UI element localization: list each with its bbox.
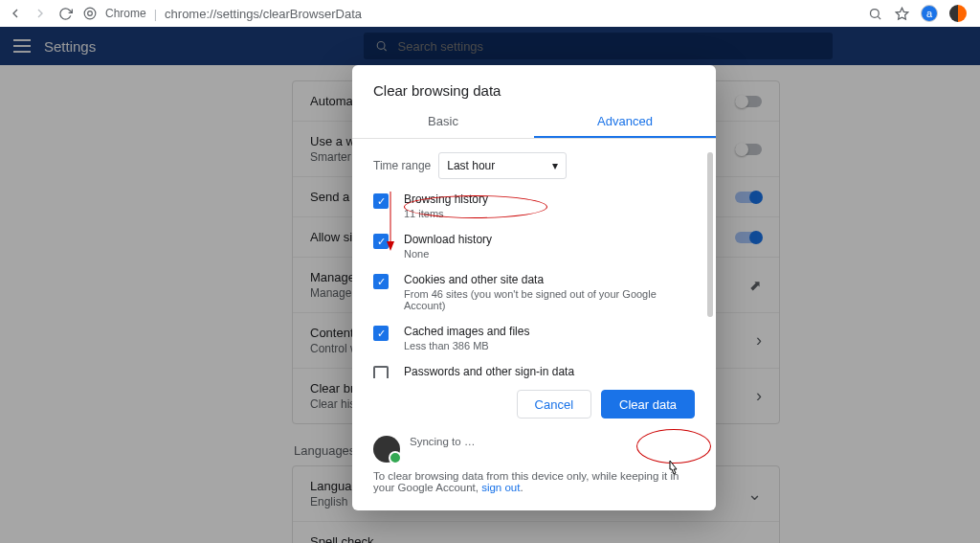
time-range-label: Time range	[373, 159, 431, 172]
clear-browsing-data-dialog: Clear browsing data Basic Advanced Time …	[352, 65, 716, 510]
chrome-logo-icon	[82, 6, 98, 21]
cursor-pointer-icon	[665, 460, 680, 480]
svg-line-3	[878, 16, 880, 19]
bookmark-star-icon[interactable]	[894, 6, 909, 21]
checkbox[interactable]: ✓	[373, 234, 389, 249]
cancel-button[interactable]: Cancel	[517, 390, 591, 419]
scrollbar[interactable]	[707, 152, 713, 317]
checkbox[interactable]: ✓	[373, 326, 389, 341]
dialog-sync-row: Syncing to …	[352, 426, 716, 466]
checkbox[interactable]	[373, 366, 389, 378]
option-passwords[interactable]: Passwords and other sign-in dataNone	[373, 365, 695, 378]
profile-avatar-icon[interactable]: a	[921, 5, 938, 22]
option-cookies[interactable]: ✓Cookies and other site dataFrom 46 site…	[373, 273, 695, 311]
url-text: chrome://settings/clearBrowserData	[165, 7, 362, 21]
option-browsing-history[interactable]: ✓Browsing history11 items	[373, 192, 695, 219]
forward-button[interactable]	[33, 6, 48, 21]
dialog-tabs: Basic Advanced	[352, 106, 716, 139]
find-icon[interactable]	[867, 6, 882, 21]
clear-data-button[interactable]: Clear data	[601, 390, 695, 419]
url-bar[interactable]: Chrome | chrome://settings/clearBrowserD…	[82, 6, 858, 21]
svg-point-0	[84, 8, 96, 19]
option-cached[interactable]: ✓Cached images and filesLess than 386 MB	[373, 325, 695, 351]
extension-icon[interactable]	[949, 5, 967, 22]
tab-advanced[interactable]: Advanced	[534, 106, 716, 138]
avatar	[373, 436, 400, 463]
svg-marker-4	[896, 8, 908, 19]
checkbox[interactable]: ✓	[373, 274, 389, 289]
back-button[interactable]	[8, 6, 23, 21]
dialog-title: Clear browsing data	[352, 82, 716, 106]
svg-point-1	[88, 11, 93, 16]
time-range-select[interactable]: Last hour ▾	[438, 152, 567, 179]
url-origin-chip: Chrome	[105, 7, 146, 20]
sign-out-link[interactable]: sign out	[481, 482, 520, 493]
tab-basic[interactable]: Basic	[352, 106, 534, 138]
svg-point-2	[870, 9, 879, 17]
chevron-down-icon: ▾	[552, 159, 558, 172]
checkbox[interactable]: ✓	[373, 193, 389, 209]
option-download-history[interactable]: ✓Download historyNone	[373, 233, 695, 260]
browser-toolbar: Chrome | chrome://settings/clearBrowserD…	[0, 0, 980, 27]
reload-button[interactable]	[57, 6, 73, 21]
dialog-actions: Cancel Clear data	[352, 378, 716, 426]
dialog-body: Time range Last hour ▾ ✓Browsing history…	[352, 139, 716, 378]
dialog-footer-note: To clear browsing data from this device …	[352, 466, 716, 497]
